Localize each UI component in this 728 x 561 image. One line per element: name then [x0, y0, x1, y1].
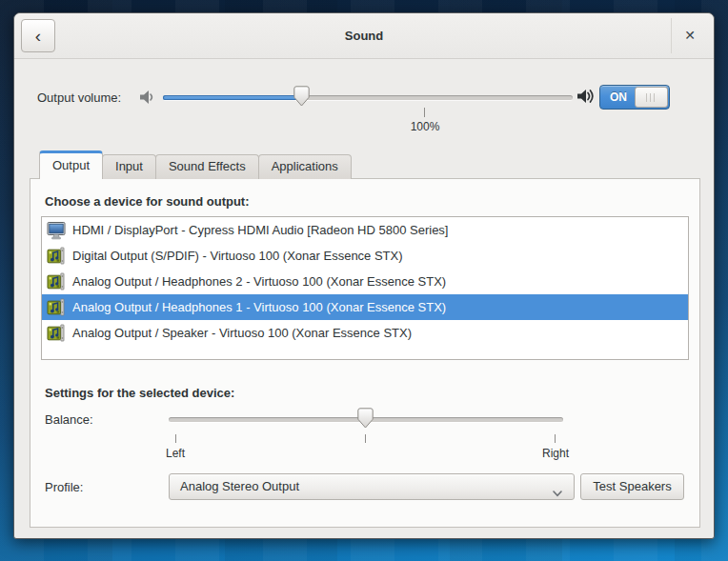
tab-bar: Output Input Sound Effects Applications — [39, 150, 351, 179]
settings-heading: Settings for the selected device: — [45, 386, 234, 400]
balance-left-label: Left — [142, 447, 209, 460]
balance-center-tick — [365, 434, 366, 443]
switch-grip-icon — [646, 93, 656, 102]
balance-right-tick — [555, 434, 556, 443]
chevron-down-icon — [553, 484, 562, 501]
output-volume-switch[interactable]: ON — [599, 85, 670, 110]
device-label: Digital Output (S/PDIF) - Virtuoso 100 (… — [72, 249, 403, 263]
window-title: Sound — [14, 13, 714, 58]
tab-output[interactable]: Output — [39, 150, 103, 179]
device-label: Analog Output / Speaker - Virtuoso 100 (… — [72, 326, 412, 340]
speaker-low-icon — [139, 90, 156, 109]
device-label: Analog Output / Headphones 1 - Virtuoso … — [72, 300, 446, 314]
device-row-headphones1-selected[interactable]: Analog Output / Headphones 1 - Virtuoso … — [42, 294, 688, 320]
balance-label: Balance: — [45, 412, 93, 427]
soundcard-icon — [47, 272, 66, 291]
balance-handle[interactable] — [357, 408, 374, 432]
device-row-hdmi[interactable]: HDMI / DisplayPort - Cypress HDMI Audio … — [42, 217, 688, 243]
device-row-spdif[interactable]: Digital Output (S/PDIF) - Virtuoso 100 (… — [42, 243, 688, 269]
output-volume-label: Output volume: — [37, 90, 121, 105]
titlebar: ‹ Sound ✕ — [14, 13, 714, 59]
choose-device-heading: Choose a device for sound output: — [45, 194, 250, 209]
tab-applications[interactable]: Applications — [258, 154, 352, 179]
profile-selected-value: Analog Stereo Output — [180, 474, 299, 499]
profile-dropdown[interactable]: Analog Stereo Output — [169, 473, 575, 500]
close-icon[interactable]: ✕ — [676, 21, 704, 50]
device-list: HDMI / DisplayPort - Cypress HDMI Audio … — [41, 216, 689, 360]
device-label: HDMI / DisplayPort - Cypress HDMI Audio … — [72, 223, 448, 237]
balance-left-tick — [175, 434, 176, 443]
sound-settings-window: ‹ Sound ✕ Output volume: ON 100% Output … — [13, 12, 715, 539]
output-volume-fill — [163, 95, 302, 100]
test-speakers-button[interactable]: Test Speakers — [580, 473, 684, 500]
device-label: Analog Output / Headphones 2 - Virtuoso … — [72, 274, 446, 289]
tab-input[interactable]: Input — [102, 154, 156, 179]
switch-handle[interactable] — [635, 87, 668, 108]
output-volume-slider[interactable] — [163, 95, 573, 100]
output-volume-handle[interactable] — [293, 86, 310, 110]
volume-100-tick — [424, 108, 425, 117]
balance-right-label: Right — [522, 447, 589, 460]
tab-sound-effects[interactable]: Sound Effects — [155, 154, 259, 179]
device-row-speaker[interactable]: Analog Output / Speaker - Virtuoso 100 (… — [42, 320, 688, 346]
device-row-headphones2[interactable]: Analog Output / Headphones 2 - Virtuoso … — [42, 269, 688, 294]
soundcard-icon — [47, 324, 66, 343]
switch-on-label: ON — [600, 86, 637, 109]
monitor-icon — [47, 221, 66, 240]
speaker-high-icon — [576, 88, 596, 109]
titlebar-separator — [671, 18, 672, 53]
profile-label: Profile: — [45, 480, 83, 494]
soundcard-icon — [47, 298, 66, 317]
volume-100-label: 100% — [396, 120, 454, 133]
soundcard-icon — [47, 247, 66, 266]
